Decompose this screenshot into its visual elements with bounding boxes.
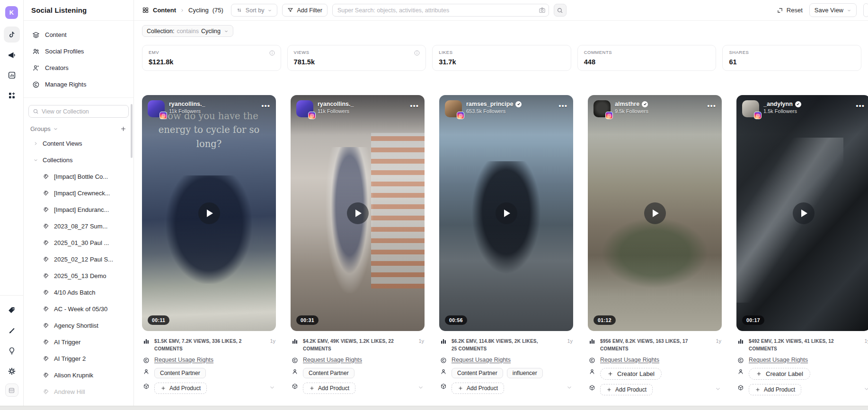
creator-username[interactable]: ryancollins._ (169, 101, 205, 107)
expand-card-button[interactable] (863, 384, 868, 392)
expand-card-button[interactable] (715, 384, 721, 392)
collection-item[interactable]: 2025_05_13 Demo (24, 268, 133, 284)
card-menu-button[interactable]: ••• (410, 100, 419, 109)
design-button[interactable] (4, 323, 20, 339)
expand-card-button[interactable] (417, 383, 424, 391)
play-button[interactable] (793, 202, 815, 224)
collection-item[interactable]: Agency Shortlist (24, 317, 133, 334)
sidebar-item-manage-rights[interactable]: Manage Rights (27, 76, 130, 93)
save-view-button[interactable]: Save View (809, 3, 857, 17)
info-icon[interactable] (414, 50, 420, 56)
add-creator-label-button[interactable]: Creator Label (749, 368, 810, 380)
sidebar-scrollbar[interactable] (131, 104, 133, 158)
super-search[interactable] (332, 4, 549, 17)
play-button[interactable] (347, 202, 369, 224)
creator-label-chip[interactable]: Content Partner (154, 368, 206, 378)
collection-item[interactable]: AC - Week of 05/30 (24, 301, 133, 317)
super-search-input[interactable] (337, 7, 536, 14)
sidebar-search[interactable] (28, 105, 129, 118)
collection-item[interactable]: 2025_01_30 Paul ... (24, 235, 133, 251)
add-creator-label-button[interactable]: Creator Label (600, 368, 662, 380)
sidebar-item-social-profiles[interactable]: Social Profiles (27, 43, 130, 60)
copyright-icon (291, 357, 299, 364)
creator-username[interactable]: ryancollins._ (318, 101, 354, 107)
request-usage-rights-link[interactable]: Request Usage Rights (749, 357, 808, 363)
video-thumbnail[interactable]: ramses_principe 653.5k Followers ••• 00:… (439, 95, 573, 331)
creator-username[interactable]: almsthre (615, 101, 639, 107)
video-thumbnail[interactable]: _andylynn 1.5k Followers ••• 00:17 (736, 95, 868, 331)
sidebar-item-creators[interactable]: Creators (27, 60, 130, 76)
tree-collections[interactable]: Collections (24, 152, 133, 168)
video-thumbnail[interactable]: How do you have the energy to cycle for … (142, 95, 276, 331)
card-menu-button[interactable]: ••• (558, 100, 567, 109)
add-group-button[interactable] (120, 125, 127, 132)
creator-label-chip[interactable]: Content Partner (303, 368, 354, 378)
creator-avatar[interactable] (445, 100, 462, 117)
camera-icon[interactable] (539, 7, 546, 14)
tree-content-views[interactable]: Content Views (24, 135, 133, 152)
creator-label-chip[interactable]: influencer (507, 368, 543, 378)
info-icon[interactable] (269, 50, 275, 56)
request-usage-rights-link[interactable]: Request Usage Rights (600, 357, 659, 363)
collection-filter-chip[interactable]: Collection: contains Cycling (142, 25, 233, 37)
creator-avatar[interactable] (148, 100, 165, 117)
card-menu-button[interactable]: ••• (261, 100, 270, 109)
labels-button[interactable] (4, 302, 20, 318)
collection-item[interactable]: [Impact] Crewneck... (24, 185, 133, 201)
settings-button[interactable] (4, 363, 20, 379)
card-menu-button[interactable]: ••• (707, 100, 716, 109)
bar-chart-icon (291, 338, 299, 345)
creator-avatar[interactable] (742, 100, 759, 117)
request-usage-rights-link[interactable]: Request Usage Rights (303, 357, 362, 363)
sidebar-item-content[interactable]: Content (27, 26, 130, 43)
video-thumbnail[interactable]: almsthre 9.5k Followers ••• 01:12 (588, 95, 722, 331)
collection-item[interactable]: [Impact] Bottle Co... (24, 168, 133, 185)
collection-item[interactable]: 2023_08_27 Sum... (24, 218, 133, 235)
collection-item[interactable]: Andrew Hill (24, 384, 133, 400)
add-filter-button[interactable]: Add Filter (282, 4, 328, 17)
add-product-button[interactable]: Add Product (600, 384, 653, 395)
card-menu-button[interactable]: ••• (856, 100, 865, 109)
reset-button[interactable]: Reset (777, 7, 803, 14)
creator-avatar[interactable] (296, 100, 313, 117)
tiktok-channel-button[interactable] (4, 26, 20, 43)
calendar-button[interactable] (5, 384, 18, 397)
request-usage-rights-link[interactable]: Request Usage Rights (154, 357, 213, 363)
collection-item[interactable]: AI Trigger 2 (24, 350, 133, 367)
play-button[interactable] (644, 202, 666, 224)
creator-avatar[interactable] (593, 100, 611, 117)
expand-card-button[interactable] (566, 383, 573, 391)
creator-label-chip[interactable]: Content Partner (452, 368, 503, 378)
stat-value: $121.8k (149, 58, 275, 66)
request-usage-rights-link[interactable]: Request Usage Rights (452, 357, 511, 363)
add-product-button[interactable]: Add Product (154, 383, 207, 394)
stat-label: VIEWS (294, 50, 420, 55)
collection-item[interactable]: 4/10 Ads Batch (24, 284, 133, 301)
video-thumbnail[interactable]: ryancollins._ 11k Followers ••• 00:31 (291, 95, 425, 331)
apps-button[interactable] (4, 87, 20, 104)
sort-by-button[interactable]: Sort by (231, 4, 278, 17)
creator-followers: 9.5k Followers (615, 108, 648, 114)
insights-button[interactable] (4, 343, 20, 359)
collection-item[interactable]: AI Trigger (24, 334, 133, 350)
workspace-avatar[interactable]: K (5, 6, 18, 19)
collection-item[interactable]: Alison Krupnik (24, 367, 133, 384)
play-button[interactable] (198, 202, 220, 224)
collection-item[interactable]: [Impact] Enduranc... (24, 201, 133, 218)
overflow-button-partial[interactable] (863, 3, 868, 17)
expand-card-button[interactable] (269, 383, 275, 391)
collection-item[interactable]: 2025_02_12 Paul S... (24, 251, 133, 268)
search-submit-button[interactable] (554, 4, 567, 17)
add-product-button[interactable]: Add Product (452, 383, 504, 394)
groups-header[interactable]: Groups (24, 119, 133, 135)
campaigns-button[interactable] (4, 47, 20, 63)
add-product-button[interactable]: Add Product (303, 383, 355, 394)
add-product-button[interactable]: Add Product (749, 384, 801, 395)
sidebar-search-input[interactable] (42, 108, 124, 115)
breadcrumb-root[interactable]: Content (153, 7, 176, 14)
analytics-button[interactable] (4, 67, 20, 83)
play-button[interactable] (496, 202, 517, 224)
breadcrumb-current[interactable]: Cycling (188, 7, 209, 14)
creator-username[interactable]: ramses_principe (466, 101, 513, 107)
creator-username[interactable]: _andylynn (763, 101, 793, 107)
